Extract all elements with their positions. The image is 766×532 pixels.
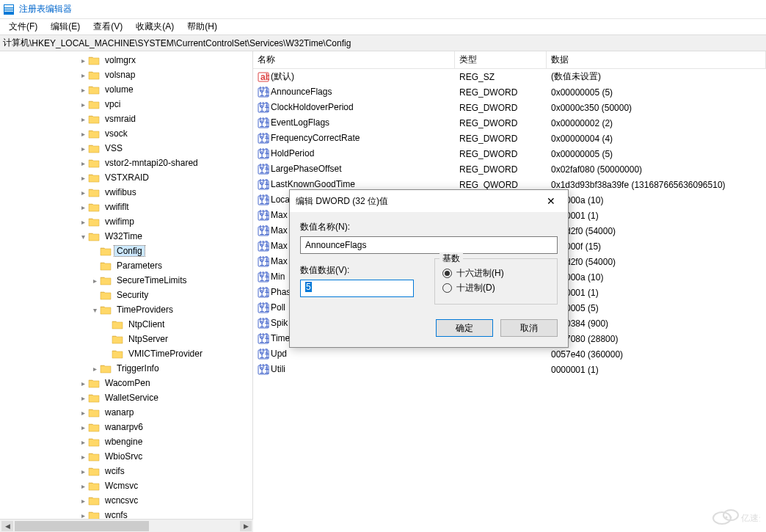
column-header-name[interactable]: 名称 [253, 51, 455, 68]
list-row[interactable]: 011110HoldPeriodREG_DWORD0x00000005 (5) [253, 146, 766, 161]
scroll-left-button[interactable]: ◀ [1, 521, 13, 531]
tree-item-vsmraid[interactable]: ▸vsmraid [0, 112, 252, 126]
expander-icon[interactable]: ▾ [78, 233, 88, 241]
expander-icon[interactable]: ▸ [90, 277, 100, 285]
menu-favorites[interactable]: 收藏夹(A) [131, 19, 178, 34]
value-data: 0000005 (5) [547, 303, 766, 313]
expander-icon[interactable]: ▸ [78, 218, 88, 226]
menu-help[interactable]: 帮助(H) [183, 19, 222, 34]
expander-icon[interactable]: ▸ [78, 189, 88, 197]
tree-item-wbengine[interactable]: ▸wbengine [0, 434, 252, 449]
expander-icon[interactable]: ▸ [90, 365, 100, 373]
name-input[interactable] [300, 236, 558, 254]
tree-item-vwifimp[interactable]: ▸vwifimp [0, 214, 252, 229]
expander-icon[interactable]: ▾ [90, 306, 100, 314]
tree-item-w32time[interactable]: ▾W32Time [0, 229, 252, 244]
list-row[interactable]: 011110Upd0057e40 (360000) [253, 346, 766, 362]
tree-horizontal-scrollbar[interactable]: ◀ ▶ [0, 519, 253, 532]
radio-dec[interactable]: 十进制(D) [442, 282, 550, 294]
ok-button[interactable]: 确定 [436, 319, 493, 337]
expander-icon[interactable]: ▸ [78, 438, 88, 446]
list-row[interactable]: 011110FrequencyCorrectRateREG_DWORD0x000… [253, 131, 766, 146]
list-row[interactable]: 011110LargePhaseOffsetREG_DWORD0x02faf08… [253, 161, 766, 177]
folder-icon [88, 216, 100, 227]
expander-icon[interactable]: ▸ [78, 497, 88, 505]
expander-icon[interactable]: ▸ [78, 86, 88, 94]
tree-item-wanarpv6[interactable]: ▸wanarpv6 [0, 420, 252, 434]
tree-item-vstxraid[interactable]: ▸VSTXRAID [0, 170, 252, 185]
expander-icon[interactable]: ▸ [78, 482, 88, 490]
address-bar[interactable]: 计算机\HKEY_LOCAL_MACHINE\SYSTEM\CurrentCon… [0, 35, 766, 51]
tree-item-triggerinfo[interactable]: ▸TriggerInfo [0, 361, 252, 376]
tree-item-wbiosrvc[interactable]: ▸WbioSrvc [0, 449, 252, 464]
value-data: 000000a (10) [547, 195, 766, 205]
tree-item-wcifs[interactable]: ▸wcifs [0, 464, 252, 478]
expander-icon[interactable]: ▸ [78, 394, 88, 402]
tree-item-wanarp[interactable]: ▸wanarp [0, 405, 252, 420]
radio-hex[interactable]: 十六进制(H) [442, 267, 550, 280]
tree-item-wcncsvc[interactable]: ▸wcncsvc [0, 493, 252, 508]
tree-item-volume[interactable]: ▸volume [0, 82, 252, 97]
tree-item-parameters[interactable]: Parameters [0, 258, 252, 273]
binary-value-icon: 011110 [258, 117, 269, 129]
dialog-close-button[interactable]: ✕ [540, 195, 562, 207]
tree-item-timeproviders[interactable]: ▾TimeProviders [0, 302, 252, 317]
tree-item-config[interactable]: Config [0, 244, 252, 258]
column-header-type[interactable]: 类型 [455, 51, 547, 68]
tree-panel[interactable]: ▸volmgrx▸volsnap▸volume▸vpci▸vsmraid▸vso… [0, 51, 253, 519]
tree-item-vmictimeprovider[interactable]: VMICTimeProvider [0, 346, 252, 361]
tree-item-security[interactable]: Security [0, 288, 252, 302]
tree-item-vwifibus[interactable]: ▸vwifibus [0, 185, 252, 200]
tree-item-securetimelimits[interactable]: ▸SecureTimeLimits [0, 273, 252, 288]
titlebar: 注册表编辑器 [0, 0, 766, 19]
expander-icon[interactable]: ▸ [78, 159, 88, 167]
menu-edit[interactable]: 编辑(E) [46, 19, 84, 34]
tree-item-vpci[interactable]: ▸vpci [0, 97, 252, 112]
scroll-right-button[interactable]: ▶ [240, 521, 252, 531]
dialog-titlebar[interactable]: 编辑 DWORD (32 位)值 ✕ [290, 190, 568, 212]
tree-item-ntpserver[interactable]: NtpServer [0, 332, 252, 346]
list-row[interactable]: ab(默认)REG_SZ(数值未设置) [253, 69, 766, 84]
scroll-thumb[interactable] [15, 521, 149, 531]
menu-file[interactable]: 文件(F) [4, 19, 42, 34]
tree-item-vss[interactable]: ▸VSS [0, 141, 252, 156]
window-title: 注册表编辑器 [19, 3, 72, 15]
tree-item-wcmsvc[interactable]: ▸Wcmsvc [0, 478, 252, 493]
tree-item-walletservice[interactable]: ▸WalletService [0, 390, 252, 405]
cancel-button[interactable]: 取消 [500, 319, 558, 337]
menu-view[interactable]: 查看(V) [89, 19, 127, 34]
expander-icon[interactable]: ▸ [78, 423, 88, 431]
expander-icon[interactable]: ▸ [78, 174, 88, 182]
list-row[interactable]: 011110ClockHoldoverPeriodREG_DWORD0x0000… [253, 100, 766, 115]
expander-icon[interactable]: ▸ [78, 467, 88, 475]
expander-icon[interactable]: ▸ [78, 57, 88, 65]
expander-icon[interactable]: ▸ [78, 203, 88, 211]
folder-icon [88, 451, 100, 462]
column-header-data[interactable]: 数据 [547, 51, 766, 68]
expander-icon[interactable]: ▸ [78, 130, 88, 138]
svg-text:110: 110 [260, 88, 270, 98]
svg-point-64 [713, 512, 731, 524]
expander-icon[interactable]: ▸ [78, 511, 88, 520]
tree-item-vstor2-mntapi20-shared[interactable]: ▸vstor2-mntapi20-shared [0, 156, 252, 170]
tree-item-wacompen[interactable]: ▸WacomPen [0, 376, 252, 390]
expander-icon[interactable]: ▸ [78, 115, 88, 123]
list-row[interactable]: 011110AnnounceFlagsREG_DWORD0x00000005 (… [253, 84, 766, 100]
expander-icon[interactable]: ▸ [78, 101, 88, 109]
tree-item-volmgrx[interactable]: ▸volmgrx [0, 53, 252, 68]
expander-icon[interactable]: ▸ [78, 71, 88, 79]
tree-item-wcnfs[interactable]: ▸wcnfs [0, 508, 252, 519]
tree-item-volsnap[interactable]: ▸volsnap [0, 68, 252, 82]
expander-icon[interactable]: ▸ [78, 145, 88, 153]
tree-item-ntpclient[interactable]: NtpClient [0, 317, 252, 332]
tree-item-vwififlt[interactable]: ▸vwififlt [0, 200, 252, 214]
list-row[interactable]: 011110EventLogFlagsREG_DWORD0x00000002 (… [253, 115, 766, 131]
scroll-track[interactable] [15, 521, 238, 531]
folder-icon [100, 305, 112, 315]
tree-item-vsock[interactable]: ▸vsock [0, 126, 252, 141]
data-input[interactable]: 5 [300, 280, 414, 297]
expander-icon[interactable]: ▸ [78, 453, 88, 461]
expander-icon[interactable]: ▸ [78, 379, 88, 387]
list-row[interactable]: 011110Utili0000001 (1) [253, 362, 766, 377]
expander-icon[interactable]: ▸ [78, 409, 88, 417]
